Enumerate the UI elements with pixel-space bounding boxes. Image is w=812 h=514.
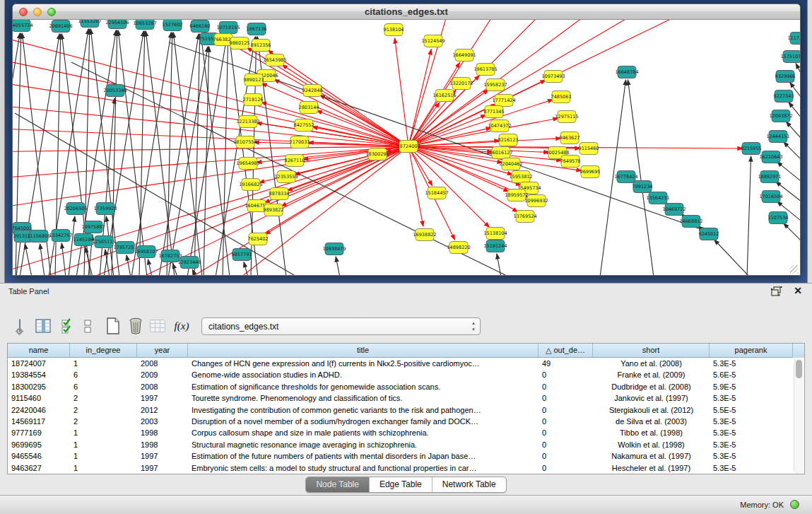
table-row[interactable]: 946554611997Estimation of the future num… xyxy=(8,450,804,462)
graph-node[interactable]: 9699695 xyxy=(580,166,601,178)
graph-node[interactable]: 18107554 xyxy=(233,136,257,148)
graph-node[interactable]: 19654985 xyxy=(236,158,259,170)
graph-node[interactable]: 2803144 xyxy=(299,102,319,114)
column-header-pagerank[interactable]: pagerank xyxy=(710,344,793,358)
graph-node[interactable]: 10469722 xyxy=(662,204,686,216)
graph-node[interactable]: 16210643 xyxy=(759,151,782,163)
graph-node[interactable]: 15191244 xyxy=(483,240,507,252)
table-row[interactable]: 2242004622012Investigating the contribut… xyxy=(8,404,804,416)
graph-node[interactable]: 1107534 xyxy=(768,212,789,224)
column-header-short[interactable]: short xyxy=(593,344,710,358)
delete-table-button[interactable] xyxy=(148,316,167,336)
graph-node[interactable]: 20206505 xyxy=(64,203,87,215)
table-row[interactable]: 1456911722003Disruption of a novel membe… xyxy=(8,416,804,427)
graph-node[interactable]: 8912356 xyxy=(251,40,271,52)
column-header-name[interactable]: name xyxy=(8,344,70,358)
graph-node[interactable]: 16162516 xyxy=(433,90,456,102)
graph-node[interactable]: 12505115 xyxy=(92,236,115,248)
table-row[interactable]: 1830029562008Estimation of significance … xyxy=(8,381,804,392)
graph-node[interactable]: 15184457 xyxy=(425,187,448,199)
graph-node[interactable]: 9463627 xyxy=(560,132,580,144)
graph-node[interactable]: 10938479 xyxy=(322,243,346,255)
delete-column-button[interactable] xyxy=(126,316,146,336)
graph-node[interactable]: 9138104 xyxy=(384,24,404,36)
graph-node[interactable]: 20691406 xyxy=(49,21,72,33)
window-resize-grip[interactable] xyxy=(790,265,799,274)
graph-node[interactable]: 13769524 xyxy=(513,211,536,223)
select-all-button[interactable] xyxy=(58,316,78,336)
graph-node[interactable]: 12213383 xyxy=(236,116,259,128)
graph-node[interactable]: 9242848 xyxy=(302,85,323,97)
graph-node[interactable]: 10975887 xyxy=(81,221,105,233)
graph-node[interactable]: 11173456 xyxy=(787,33,800,45)
graph-node[interactable]: 6466160 xyxy=(190,21,211,33)
float-panel-button[interactable] xyxy=(771,286,782,296)
graph-node[interactable]: 19613785 xyxy=(473,64,497,76)
graph-node[interactable]: 15953812 xyxy=(509,171,532,183)
graph-node[interactable]: 11156809 xyxy=(27,230,50,243)
graph-node[interactable]: 8216123 xyxy=(498,134,519,146)
graph-node[interactable]: 1527602 xyxy=(163,20,183,31)
graph-node[interactable]: 16938822 xyxy=(413,229,436,241)
graph-node[interactable]: 11553287 xyxy=(78,20,101,28)
graph-node[interactable]: 8878334 xyxy=(269,188,290,200)
network-canvas[interactable]: 1405572420691406115532872295410610653287… xyxy=(13,20,800,275)
graph-node[interactable]: 17359928 xyxy=(93,203,117,215)
graph-node[interactable]: 10653287 xyxy=(133,20,156,30)
column-header-in_degree[interactable]: in_degree xyxy=(70,344,137,358)
deselect-all-button[interactable] xyxy=(82,316,93,336)
table-row[interactable]: 1872400712008Changes of HCN gene express… xyxy=(8,358,804,369)
graph-node[interactable]: 9245012 xyxy=(699,228,719,240)
graph-node[interactable]: 12923448 xyxy=(177,257,201,269)
graph-node[interactable]: 20053346 xyxy=(103,85,126,97)
graph-node[interactable]: 17016504 xyxy=(759,191,782,203)
graph-node[interactable]: 2170031 xyxy=(290,136,310,148)
table-scrollbar-thumb[interactable] xyxy=(796,360,802,378)
graph-node[interactable]: 15751074 xyxy=(780,51,800,63)
graph-node[interactable]: 17771424 xyxy=(492,95,515,107)
graph-node[interactable]: 9227343 xyxy=(774,90,794,103)
graph-node[interactable]: 17957253 xyxy=(113,242,136,254)
graph-node[interactable]: 13220172 xyxy=(449,78,473,90)
tab-edge-table[interactable]: Edge Table xyxy=(370,477,433,492)
graph-node[interactable]: 9893822 xyxy=(264,204,284,216)
window-minimize-button[interactable] xyxy=(33,8,42,16)
column-header-title[interactable]: title xyxy=(188,344,539,358)
graph-node[interactable]: 9857791 xyxy=(232,249,252,261)
graph-node[interactable]: 16648784 xyxy=(615,66,638,78)
graph-node[interactable]: 13342757 xyxy=(49,230,72,242)
function-builder-button[interactable]: f(x) xyxy=(172,316,192,336)
column-header-out_de[interactable]: △ out_de… xyxy=(539,344,593,358)
graph-node[interactable]: 18300295 xyxy=(365,148,389,160)
graph-node[interactable]: 7485063 xyxy=(551,91,572,103)
graph-node[interactable]: 16016127 xyxy=(489,147,512,159)
tab-network-table[interactable]: Network Table xyxy=(433,477,506,492)
table-row[interactable]: 1938455462009Genome-wide association stu… xyxy=(8,369,804,380)
graph-node[interactable]: 7991234 xyxy=(632,181,653,193)
graph-node[interactable]: 12353559 xyxy=(274,171,298,183)
graph-node[interactable]: 8427552 xyxy=(294,119,314,132)
window-zoom-button[interactable] xyxy=(47,8,56,16)
window-titlebar[interactable]: citations_edges.txt xyxy=(13,4,800,20)
graph-node[interactable]: 9890123 xyxy=(244,74,264,86)
table-scrollbar[interactable] xyxy=(794,358,804,474)
table-row[interactable]: 911546021997Tourette syndrome. Phenomeno… xyxy=(8,392,804,404)
graph-node[interactable]: 12093872 xyxy=(769,110,792,122)
graph-node[interactable]: 2718126 xyxy=(243,94,264,106)
graph-node[interactable]: 15138104 xyxy=(483,228,507,240)
graph-node[interactable]: 16958107 xyxy=(134,246,158,258)
graph-node[interactable]: 1145194 xyxy=(73,234,94,246)
graph-node[interactable]: 14898220 xyxy=(447,242,470,254)
graph-node[interactable]: 14668812 xyxy=(679,216,702,228)
graph-node[interactable]: 8771345 xyxy=(484,106,505,118)
graph-node[interactable]: 22954106 xyxy=(105,20,129,29)
graph-node[interactable]: 10719155 xyxy=(216,22,240,34)
graph-node[interactable]: 18724007 xyxy=(396,141,420,153)
create-column-button[interactable] xyxy=(103,316,123,336)
graph-node[interactable]: 22040462 xyxy=(499,158,522,170)
graph-node[interactable]: 15958237 xyxy=(483,79,507,91)
graph-node[interactable]: 12444151 xyxy=(766,131,789,143)
window-close-button[interactable] xyxy=(19,8,28,16)
table-mode-button[interactable] xyxy=(10,316,30,336)
panel-divider-handle[interactable] xyxy=(402,279,411,282)
